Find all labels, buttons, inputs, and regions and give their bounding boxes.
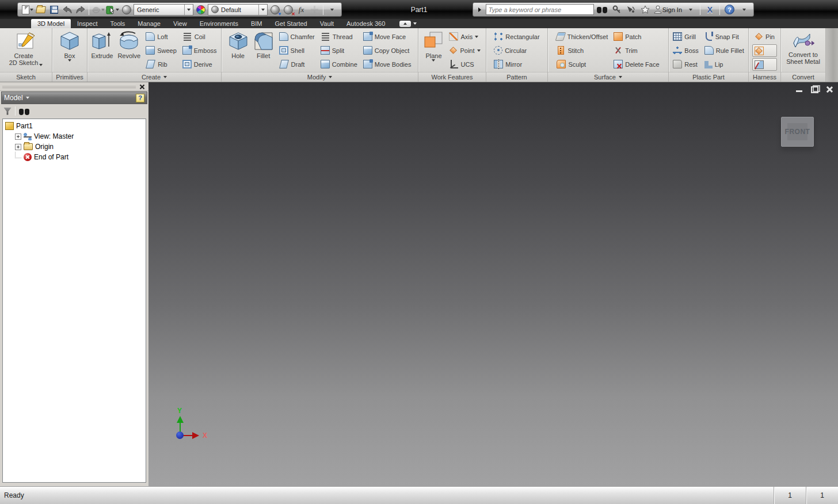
combine-button[interactable]: Combine	[318, 58, 360, 71]
create-2d-sketch-button[interactable]: Create 2D Sketch	[7, 29, 45, 71]
material-browser-button[interactable]	[120, 3, 132, 16]
panel-footer-create[interactable]: Create	[87, 72, 221, 82]
tab-inspect[interactable]: Inspect	[71, 19, 104, 28]
panel-footer-sketch[interactable]: Sketch	[0, 72, 52, 82]
mirror-button[interactable]: Mirror	[492, 58, 542, 71]
measure-button[interactable]	[308, 3, 321, 16]
panel-footer-convert[interactable]: Convert	[781, 72, 825, 82]
coil-button[interactable]: Coil	[180, 30, 219, 43]
panel-footer-primitives[interactable]: Primitives	[52, 72, 87, 82]
browser-close-icon[interactable]	[138, 83, 146, 90]
browser-help-icon[interactable]: ?	[136, 94, 144, 102]
material-combo-arrow[interactable]	[184, 5, 193, 15]
subscription-center-button[interactable]	[611, 3, 623, 16]
thicken-offset-button[interactable]: Thicken/Offset	[554, 30, 610, 43]
panel-footer-surface[interactable]: Surface	[548, 72, 668, 82]
restore-icon[interactable]	[810, 86, 818, 93]
trim-button[interactable]: Trim	[611, 44, 661, 57]
plane-button[interactable]: Plane	[421, 29, 445, 71]
exchange-apps-button[interactable]: X	[704, 3, 716, 16]
tab-view[interactable]: View	[167, 19, 193, 28]
delete-face-button[interactable]: Delete Face	[611, 58, 661, 71]
fillet-button[interactable]: Fillet	[252, 29, 276, 71]
origin-expand-icon[interactable]	[15, 144, 21, 150]
tab-autodesk-360[interactable]: Autodesk 360	[340, 19, 391, 28]
sign-in-dropdown[interactable]	[684, 3, 696, 16]
loft-button[interactable]: Loft	[143, 30, 179, 43]
rest-button[interactable]: Rest	[671, 58, 700, 71]
draft-button[interactable]: Draft	[277, 58, 317, 71]
extrude-button[interactable]: Extrude	[89, 29, 115, 71]
boss-button[interactable]: Boss	[671, 44, 700, 57]
browser-header[interactable]: Model ?	[1, 91, 147, 104]
help-button[interactable]: ?	[723, 3, 736, 16]
tab-get-started[interactable]: Get Started	[268, 19, 313, 28]
patch-button[interactable]: Patch	[611, 30, 661, 43]
ribbon-display-toggle[interactable]	[399, 19, 417, 28]
tab-environments[interactable]: Environments	[193, 19, 245, 28]
thread-button[interactable]: Thread	[318, 30, 360, 43]
ucs-button[interactable]: UCS	[447, 58, 482, 71]
adjust-appearance-button[interactable]: ▼	[269, 3, 281, 16]
shell-button[interactable]: Shell	[277, 44, 317, 57]
communication-center-button[interactable]	[625, 3, 637, 16]
sign-in-button[interactable]: Sign In	[654, 3, 682, 16]
new-file-button[interactable]	[21, 3, 33, 16]
tree-item-end-of-part[interactable]: End of Part	[5, 152, 146, 162]
stitch-button[interactable]: Stitch	[554, 44, 610, 57]
snap-fit-button[interactable]: Snap Fit	[702, 30, 746, 43]
rib-button[interactable]: Rib	[143, 58, 179, 71]
split-button[interactable]: Split	[318, 44, 360, 57]
filter-icon[interactable]	[3, 108, 12, 115]
move-bodies-button[interactable]: Move Bodies	[361, 58, 414, 71]
lip-button[interactable]: Lip	[702, 58, 746, 71]
circular-pattern-button[interactable]: Circular	[492, 44, 542, 57]
panel-footer-work-features[interactable]: Work Features	[418, 72, 486, 82]
tab-vault[interactable]: Vault	[314, 19, 340, 28]
box-button[interactable]: Box	[58, 29, 82, 71]
ribbon-cable-button[interactable]	[752, 58, 777, 71]
tab-tools[interactable]: Tools	[104, 19, 132, 28]
favorites-button[interactable]	[639, 3, 652, 16]
close-icon[interactable]	[825, 86, 833, 93]
panel-footer-harness[interactable]: Harness	[749, 72, 780, 82]
clear-appearance-button[interactable]: ✕	[282, 3, 294, 16]
tab-manage[interactable]: Manage	[131, 19, 167, 28]
material-combo[interactable]: Generic	[134, 4, 193, 16]
sweep-button[interactable]: Sweep	[143, 44, 179, 57]
appearance-combo-arrow[interactable]	[258, 5, 267, 15]
tree-item-view-master[interactable]: View: Master	[5, 131, 146, 142]
pin-button[interactable]: Pin	[752, 30, 777, 43]
convert-to-sheet-metal-button[interactable]: Convert to Sheet Metal	[784, 29, 822, 71]
tree-item-origin[interactable]: Origin	[5, 142, 146, 152]
tab-bim[interactable]: BIM	[245, 19, 269, 28]
copy-object-button[interactable]: Copy Object	[361, 44, 414, 57]
chamfer-button[interactable]: Chamfer	[277, 30, 317, 43]
derive-button[interactable]: Derive	[180, 58, 219, 71]
panel-footer-modify[interactable]: Modify	[222, 72, 418, 82]
sculpt-button[interactable]: Sculpt	[554, 58, 610, 71]
grill-button[interactable]: Grill	[671, 30, 700, 43]
move-face-button[interactable]: Move Face	[361, 30, 414, 43]
view-cube[interactable]: FRONT	[781, 117, 814, 147]
undo-button[interactable]	[61, 3, 73, 16]
rule-fillet-button[interactable]: Rule Fillet	[702, 44, 746, 57]
browser-grip[interactable]	[0, 82, 148, 91]
help-dropdown[interactable]	[738, 3, 750, 16]
select-button[interactable]	[106, 3, 119, 16]
point-button[interactable]: Point	[447, 44, 482, 57]
help-search-input[interactable]	[486, 4, 594, 15]
minimize-icon[interactable]	[795, 86, 803, 93]
qat-customize-button[interactable]	[326, 3, 338, 16]
pin-group-button[interactable]	[752, 44, 777, 57]
panel-footer-plastic-part[interactable]: Plastic Part	[669, 72, 748, 82]
hole-button[interactable]: Hole	[226, 29, 250, 71]
revolve-button[interactable]: Revolve	[116, 29, 142, 71]
tab-3d-model[interactable]: 3D Model	[31, 19, 71, 28]
redo-button[interactable]	[74, 3, 86, 16]
tree-item-part1[interactable]: Part1	[5, 121, 146, 131]
appearance-wheel-button[interactable]	[195, 3, 207, 16]
search-button[interactable]	[596, 3, 608, 16]
graphics-viewport[interactable]: FRONT Y X	[148, 82, 838, 486]
view-master-expand-icon[interactable]	[15, 133, 21, 140]
